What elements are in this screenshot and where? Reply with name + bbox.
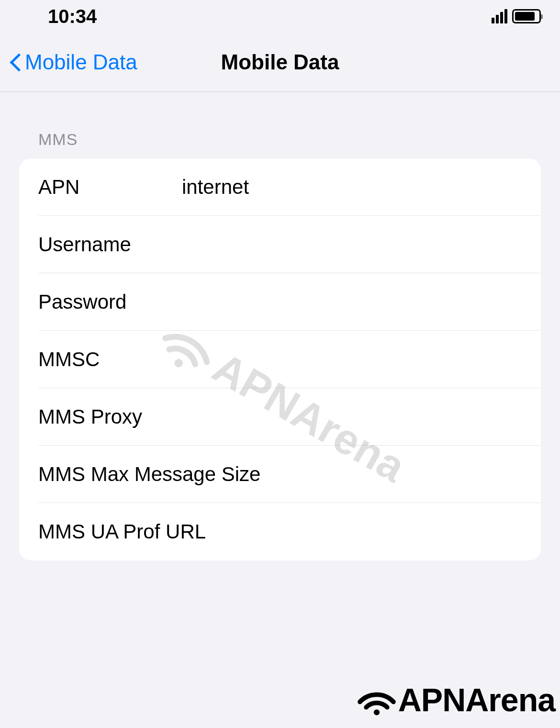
row-username[interactable]: Username [19,216,541,273]
label-mms-ua-prof: MMS UA Prof URL [38,520,269,543]
label-password: Password [38,291,182,314]
battery-icon [512,9,541,23]
cellular-signal-icon [492,9,507,23]
row-mmsc[interactable]: MMSC [19,331,541,388]
input-password[interactable] [182,291,522,314]
row-apn[interactable]: APN [19,158,541,216]
row-mms-max-size[interactable]: MMS Max Message Size [19,446,541,503]
input-mms-max-size[interactable] [269,463,522,486]
label-mms-proxy: MMS Proxy [38,405,182,428]
status-icons [492,9,541,23]
label-username: Username [38,233,182,256]
row-mms-proxy[interactable]: MMS Proxy [19,388,541,446]
status-bar: 10:34 [0,0,560,33]
status-time: 10:34 [48,6,97,27]
input-mms-proxy[interactable] [182,405,522,428]
row-password[interactable]: Password [19,273,541,331]
label-mms-max-size: MMS Max Message Size [38,463,269,486]
navigation-bar: Mobile Data Mobile Data [0,33,560,92]
page-title: Mobile Data [221,50,339,74]
content-area: MMS APN Username Password MMSC MMS Proxy… [0,92,560,560]
label-mmsc: MMSC [38,348,182,371]
settings-group-mms: APN Username Password MMSC MMS Proxy MMS… [19,158,541,560]
footer-logo: APNArena [355,681,555,718]
input-mmsc[interactable] [182,348,522,371]
label-apn: APN [38,176,182,199]
row-mms-ua-prof[interactable]: MMS UA Prof URL [19,503,541,560]
back-label: Mobile Data [25,50,137,74]
footer-text: APNArena [398,681,555,718]
input-mms-ua-prof[interactable] [269,520,522,543]
back-button[interactable]: Mobile Data [10,50,137,74]
chevron-left-icon [10,53,21,72]
section-header-mms: MMS [19,130,541,158]
input-apn[interactable] [182,176,522,199]
svg-point-1 [374,709,380,715]
wifi-icon [355,683,398,717]
input-username[interactable] [182,233,522,256]
